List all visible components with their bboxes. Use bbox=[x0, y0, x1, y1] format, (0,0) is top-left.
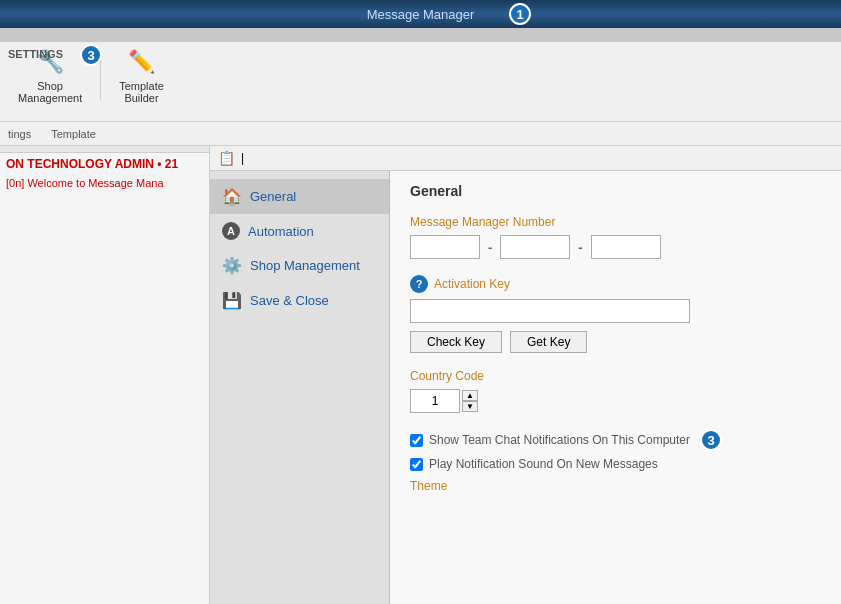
country-code-spinbox: ▲ ▼ bbox=[410, 389, 821, 413]
dialog-body: 🏠 General A Automation ⚙️ Shop Managemen… bbox=[210, 171, 841, 604]
top-bar-title: Message Manager bbox=[367, 7, 475, 22]
key-btn-row: Check Key Get Key bbox=[410, 331, 821, 353]
nav-item-shop-management-label: Shop Management bbox=[250, 258, 360, 273]
ribbon-bottom-label-2: Template bbox=[51, 128, 96, 140]
ribbon-settings-label: SETTINGS bbox=[8, 48, 63, 60]
dialog-wrapper: 📋 | 🏠 General A Automation ⚙️ Shop Manag… bbox=[210, 146, 841, 604]
spinbox-down-button[interactable]: ▼ bbox=[462, 401, 478, 412]
msg-manager-number-label: Message Manager Number bbox=[410, 215, 821, 229]
check-key-button[interactable]: Check Key bbox=[410, 331, 502, 353]
play-notification-label: Play Notification Sound On New Messages bbox=[429, 457, 658, 471]
dialog-content: General Message Manager Number - - ? Act… bbox=[390, 171, 841, 604]
phone-seg-2[interactable] bbox=[500, 235, 570, 259]
shop-management-label: ShopManagement bbox=[18, 80, 82, 104]
nav-item-automation[interactable]: A Automation bbox=[210, 214, 389, 248]
spinbox-buttons: ▲ ▼ bbox=[462, 390, 478, 412]
activation-key-label: Activation Key bbox=[434, 277, 510, 291]
spinbox-up-button[interactable]: ▲ bbox=[462, 390, 478, 401]
save-icon: 💾 bbox=[222, 291, 242, 310]
nav-item-shop-management[interactable]: ⚙️ Shop Management bbox=[210, 248, 389, 283]
show-team-chat-row: Show Team Chat Notifications On This Com… bbox=[410, 429, 821, 451]
dialog-nav: 🏠 General A Automation ⚙️ Shop Managemen… bbox=[210, 171, 390, 604]
country-code-label: Country Code bbox=[410, 369, 821, 383]
home-icon: 🏠 bbox=[222, 187, 242, 206]
ribbon-bottom: tings Template bbox=[0, 122, 841, 146]
template-builder-icon: ✏️ bbox=[126, 46, 158, 78]
left-panel: ON TECHNOLOGY ADMIN • 21 [0n] Welcome to… bbox=[0, 146, 210, 604]
dialog-titlebar-icon: 📋 bbox=[218, 150, 235, 166]
top-bar: Message Manager 1 bbox=[0, 0, 841, 28]
get-key-button[interactable]: Get Key bbox=[510, 331, 587, 353]
ribbon-badge: 3 bbox=[80, 44, 102, 66]
play-notification-row: Play Notification Sound On New Messages bbox=[410, 457, 821, 471]
phone-seg-1[interactable] bbox=[410, 235, 480, 259]
dialog-titlebar: 📋 | bbox=[210, 146, 841, 171]
activation-key-row: ? Activation Key bbox=[410, 275, 821, 293]
help-icon[interactable]: ? bbox=[410, 275, 428, 293]
theme-label: Theme bbox=[410, 479, 821, 493]
show-team-chat-label: Show Team Chat Notifications On This Com… bbox=[429, 433, 690, 447]
phone-dash-1: - bbox=[488, 240, 492, 255]
left-panel-msg1: ON TECHNOLOGY ADMIN • 21 bbox=[0, 153, 209, 175]
nav-item-save-close[interactable]: 💾 Save & Close bbox=[210, 283, 389, 318]
activation-key-input[interactable] bbox=[410, 299, 690, 323]
top-bar-badge: 1 bbox=[509, 3, 531, 25]
ribbon-divider bbox=[100, 58, 101, 100]
ribbon-item-template-builder[interactable]: ✏️ TemplateBuilder bbox=[109, 42, 174, 108]
left-panel-header bbox=[0, 146, 209, 153]
country-code-input[interactable] bbox=[410, 389, 460, 413]
phone-seg-3[interactable] bbox=[591, 235, 661, 259]
phone-row: - - bbox=[410, 235, 821, 259]
nav-item-save-close-label: Save & Close bbox=[250, 293, 329, 308]
content-title: General bbox=[410, 183, 821, 199]
dialog-titlebar-text: | bbox=[241, 151, 244, 165]
template-builder-label: TemplateBuilder bbox=[119, 80, 164, 104]
show-team-chat-checkbox[interactable] bbox=[410, 434, 423, 447]
left-panel-msg2: [0n] Welcome to Message Mana bbox=[0, 175, 209, 191]
play-notification-checkbox[interactable] bbox=[410, 458, 423, 471]
settings-icon: ⚙️ bbox=[222, 256, 242, 275]
show-team-chat-badge: 3 bbox=[700, 429, 722, 451]
nav-item-general[interactable]: 🏠 General bbox=[210, 179, 389, 214]
nav-item-general-label: General bbox=[250, 189, 296, 204]
nav-item-automation-label: Automation bbox=[248, 224, 314, 239]
automation-icon: A bbox=[222, 222, 240, 240]
phone-dash-2: - bbox=[578, 240, 582, 255]
main-area: ON TECHNOLOGY ADMIN • 21 [0n] Welcome to… bbox=[0, 146, 841, 604]
ribbon-bottom-label-1: tings bbox=[8, 128, 31, 140]
